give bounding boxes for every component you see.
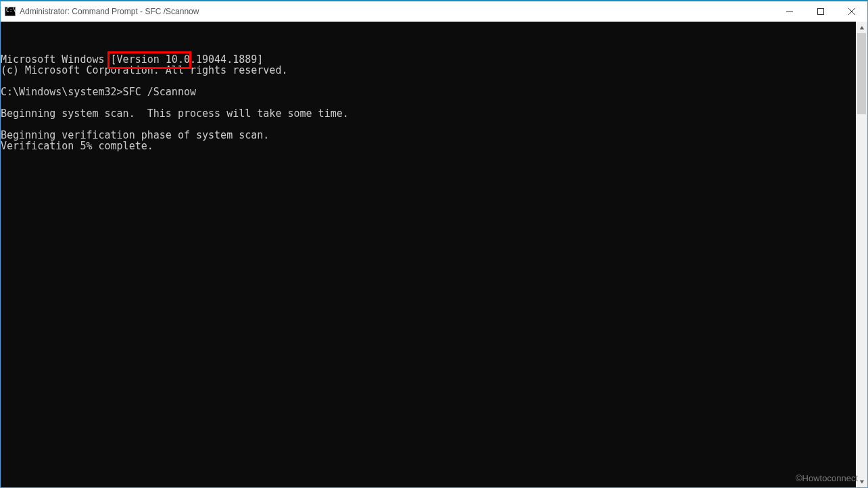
scroll-down-button[interactable] <box>856 476 867 487</box>
minimize-button[interactable] <box>774 1 805 22</box>
terminal-area: Microsoft Windows [Version 10.0.19044.18… <box>1 22 867 487</box>
terminal-line: Beginning verification phase of system s… <box>1 130 856 141</box>
terminal-line: Beginning system scan. This process will… <box>1 108 856 119</box>
titlebar[interactable]: Administrator: Command Prompt - SFC /Sca… <box>1 1 867 22</box>
close-button[interactable] <box>836 1 867 22</box>
terminal-line: Verification 5% complete. <box>1 141 856 151</box>
terminal-line: (c) Microsoft Corporation. All rights re… <box>1 65 856 76</box>
scrollbar-track[interactable] <box>856 33 867 476</box>
svg-rect-1 <box>818 9 824 15</box>
window-title: Administrator: Command Prompt - SFC /Sca… <box>20 7 199 16</box>
vertical-scrollbar[interactable] <box>856 22 867 487</box>
maximize-button[interactable] <box>805 1 836 22</box>
terminal-line <box>1 76 856 87</box>
cmd-icon <box>5 6 16 17</box>
terminal-line <box>1 119 856 130</box>
terminal-line: Microsoft Windows [Version 10.0.19044.18… <box>1 54 856 65</box>
scrollbar-thumb[interactable] <box>857 33 866 114</box>
svg-marker-4 <box>859 26 863 29</box>
svg-marker-5 <box>859 480 863 483</box>
terminal-line: C:\Windows\system32>SFC /Scannow <box>1 87 856 97</box>
window-controls <box>774 1 867 22</box>
terminal-output[interactable]: Microsoft Windows [Version 10.0.19044.18… <box>1 22 856 487</box>
command-prompt-window: Administrator: Command Prompt - SFC /Sca… <box>0 0 868 488</box>
terminal-line <box>1 97 856 108</box>
scroll-up-button[interactable] <box>856 22 867 33</box>
